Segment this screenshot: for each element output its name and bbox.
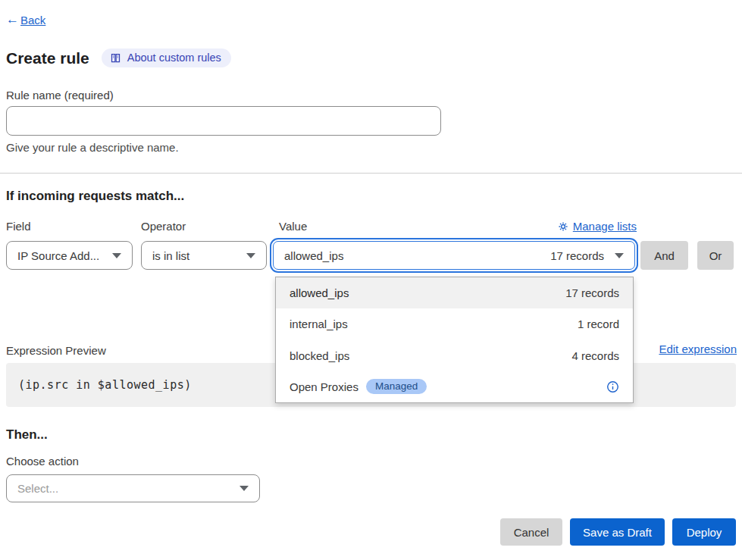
title-row: Create rule About custom rules	[6, 48, 231, 67]
action-select[interactable]: Select...	[6, 474, 260, 502]
cancel-button[interactable]: Cancel	[500, 518, 562, 546]
then-section-heading: Then...	[6, 427, 48, 443]
field-select[interactable]: IP Source Add...	[6, 241, 133, 270]
value-label: Value	[279, 220, 307, 233]
manage-lists-link[interactable]: Manage lists	[558, 220, 637, 233]
value-select-record-count: 17 records	[550, 249, 604, 262]
list-item-record-count: 17 records	[565, 286, 619, 299]
list-item-open-proxies[interactable]: Open Proxies Managed	[276, 371, 633, 402]
list-item-allowed-ips[interactable]: allowed_ips 17 records	[276, 277, 633, 308]
info-icon[interactable]	[606, 380, 619, 393]
back-link-label[interactable]: Back	[20, 14, 45, 27]
create-rule-page: ← Back Create rule About custom rules Ru…	[0, 0, 742, 560]
or-button[interactable]: Or	[697, 241, 734, 270]
operator-select[interactable]: is in list	[141, 241, 267, 270]
and-button[interactable]: And	[640, 241, 688, 270]
value-select-value: allowed_ips	[284, 249, 550, 262]
rule-name-label: Rule name (required)	[6, 89, 114, 102]
rule-name-input[interactable]	[6, 106, 441, 136]
rule-name-helper-text: Give your rule a descriptive name.	[6, 141, 179, 154]
value-select[interactable]: allowed_ips 17 records	[273, 241, 635, 270]
managed-badge: Managed	[366, 379, 427, 394]
edit-expression-link[interactable]: Edit expression	[659, 343, 737, 355]
list-item-name: Open Proxies	[290, 380, 358, 393]
chevron-down-icon	[246, 253, 255, 258]
page-title: Create rule	[6, 49, 89, 67]
value-dropdown-menu: allowed_ips 17 records internal_ips 1 re…	[275, 277, 634, 403]
book-icon	[110, 52, 121, 64]
deploy-button[interactable]: Deploy	[672, 518, 736, 546]
expression-code: (ip.src in $allowed_ips)	[18, 378, 192, 392]
operator-select-value: is in list	[152, 249, 239, 262]
field-select-value: IP Source Add...	[17, 249, 105, 262]
section-divider	[0, 173, 742, 174]
list-item-name: internal_ips	[290, 318, 348, 330]
save-as-draft-button[interactable]: Save as Draft	[570, 518, 665, 546]
match-section-heading: If incoming requests match...	[6, 189, 184, 204]
chevron-down-icon	[240, 486, 249, 491]
back-link[interactable]: ← Back	[6, 12, 45, 27]
gear-icon	[558, 221, 568, 232]
chevron-down-icon	[112, 253, 121, 258]
field-label: Field	[6, 220, 31, 233]
list-item-record-count: 4 records	[571, 349, 619, 362]
expression-preview-label: Expression Preview	[6, 344, 106, 357]
list-item-record-count: 1 record	[578, 318, 619, 330]
action-select-placeholder: Select...	[17, 482, 232, 495]
choose-action-label: Choose action	[6, 455, 79, 468]
back-arrow-icon: ←	[6, 12, 19, 27]
chevron-down-icon	[615, 253, 624, 258]
list-item-name: blocked_ips	[290, 349, 349, 362]
about-custom-rules-label: About custom rules	[127, 52, 221, 64]
list-item-internal-ips[interactable]: internal_ips 1 record	[276, 308, 633, 339]
list-item-name: allowed_ips	[290, 286, 349, 299]
manage-lists-label[interactable]: Manage lists	[573, 220, 637, 233]
operator-label: Operator	[141, 220, 186, 233]
list-item-blocked-ips[interactable]: blocked_ips 4 records	[276, 340, 633, 371]
about-custom-rules-link[interactable]: About custom rules	[102, 48, 231, 67]
